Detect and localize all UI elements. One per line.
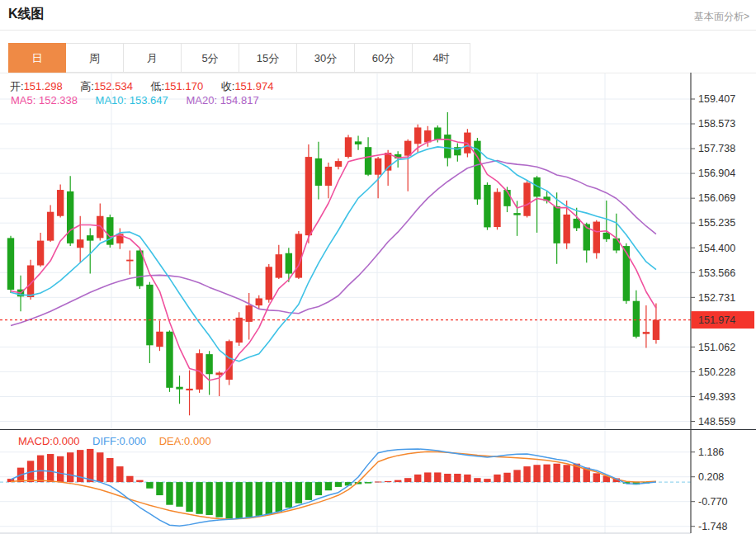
svg-text:-1.748: -1.748 xyxy=(698,521,727,532)
low-value: 151.170 xyxy=(164,80,203,92)
macd-legend: MACD:0.000 DIFF:0.000 DEA:0.000 xyxy=(18,435,211,447)
svg-text:154.400: 154.400 xyxy=(698,243,735,254)
tab-60min[interactable]: 60分 xyxy=(355,43,413,73)
tab-15min[interactable]: 15分 xyxy=(239,43,297,73)
svg-text:155.235: 155.235 xyxy=(698,217,735,229)
kline-widget: K线图 基本面分析> 日 周 月 5分 15分 30分 60分 4时 159.4… xyxy=(0,0,756,534)
svg-text:159.407: 159.407 xyxy=(698,93,735,105)
ma10-line xyxy=(11,145,656,361)
open-value: 151.298 xyxy=(24,80,63,92)
tab-4hour[interactable]: 4时 xyxy=(413,43,470,73)
header-divider xyxy=(0,30,756,31)
ma5-label: MA5: xyxy=(11,94,35,106)
tab-5min[interactable]: 5分 xyxy=(182,43,239,73)
ma5-value: 152.338 xyxy=(39,94,78,106)
svg-text:156.069: 156.069 xyxy=(698,192,735,204)
tab-day[interactable]: 日 xyxy=(8,43,66,73)
macd-label: MACD: xyxy=(18,435,53,447)
dea-label: DEA: xyxy=(159,435,184,447)
tab-week[interactable]: 周 xyxy=(66,43,124,73)
ma20-label: MA20: xyxy=(186,94,217,106)
svg-text:150.228: 150.228 xyxy=(698,366,735,378)
high-value: 152.534 xyxy=(94,80,133,92)
ma10-value: 153.647 xyxy=(130,94,168,106)
fundamental-analysis-link[interactable]: 基本面分析> xyxy=(694,10,749,24)
macd-value: 0.000 xyxy=(53,435,80,447)
close-value: 151.974 xyxy=(234,80,273,92)
kline-chart[interactable]: 159.407158.573157.738156.904156.069155.2… xyxy=(0,73,756,534)
svg-text:151.062: 151.062 xyxy=(698,342,735,353)
svg-text:149.393: 149.393 xyxy=(698,391,735,403)
current-price-badge: 151.974 xyxy=(692,311,755,328)
svg-text:1.186: 1.186 xyxy=(698,447,724,458)
diff-value: 0.000 xyxy=(120,435,147,447)
svg-text:151.974: 151.974 xyxy=(698,314,735,326)
page-title: K线图 xyxy=(8,6,45,23)
diff-label: DIFF: xyxy=(92,435,120,447)
svg-text:0.208: 0.208 xyxy=(698,471,724,483)
ma10-label: MA10: xyxy=(96,94,127,106)
svg-text:148.559: 148.559 xyxy=(698,416,735,428)
close-label: 收: xyxy=(221,80,235,92)
high-label: 高: xyxy=(80,80,94,92)
svg-text:157.738: 157.738 xyxy=(698,143,735,154)
low-label: 低: xyxy=(151,80,165,92)
tab-30min[interactable]: 30分 xyxy=(297,43,355,73)
dea-value: 0.000 xyxy=(184,435,211,447)
open-label: 开: xyxy=(10,80,24,92)
svg-text:158.573: 158.573 xyxy=(698,118,735,130)
period-tabbar: 日 周 月 5分 15分 30分 60分 4时 xyxy=(8,43,470,73)
candles xyxy=(7,112,659,415)
ma20-value: 154.817 xyxy=(220,94,259,106)
ma-legend: MA5: 152.338 MA10: 153.647 MA20: 154.817 xyxy=(11,94,259,106)
svg-text:156.904: 156.904 xyxy=(698,168,735,179)
svg-text:153.566: 153.566 xyxy=(698,267,735,279)
ohlc-legend: 开:151.298 高:152.534 低:151.170 收:151.974 xyxy=(10,79,273,94)
svg-text:-0.770: -0.770 xyxy=(698,496,727,508)
tab-month[interactable]: 月 xyxy=(124,43,182,73)
svg-text:152.731: 152.731 xyxy=(698,292,735,304)
